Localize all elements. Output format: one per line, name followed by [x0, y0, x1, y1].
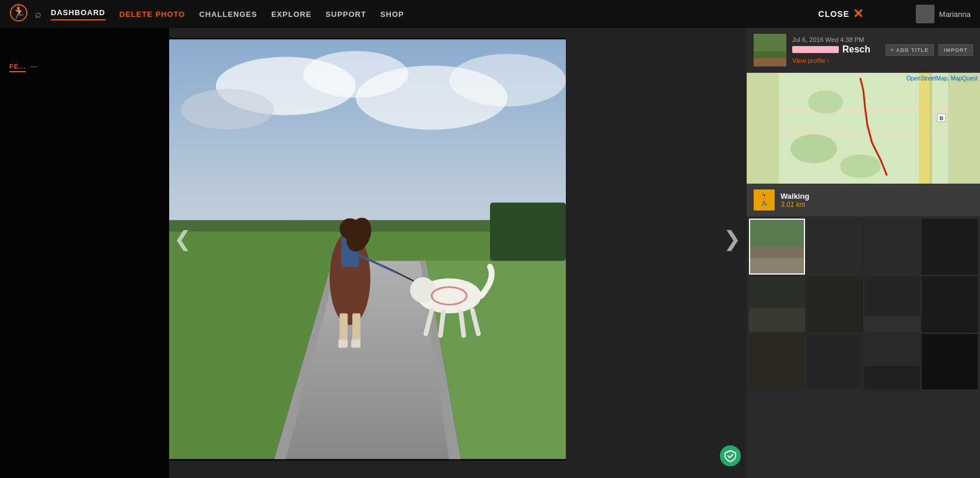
svg-rect-42 — [919, 73, 929, 184]
thumbnail-8[interactable] — [922, 276, 978, 332]
activity-info: Jul 6, 2016 Wed 4:38 PM Resch View profi… — [792, 36, 880, 64]
nav-item-delete[interactable]: DELETE PHOTO — [120, 10, 186, 19]
walking-icon: 🚶 — [758, 194, 771, 206]
svg-rect-56 — [864, 316, 921, 332]
svg-rect-57 — [922, 276, 978, 332]
svg-rect-59 — [807, 334, 863, 390]
svg-text:B: B — [940, 115, 944, 121]
svg-text:🏃: 🏃 — [12, 5, 26, 19]
thumbnails-grid — [749, 219, 978, 389]
right-panel: Jul 6, 2016 Wed 4:38 PM Resch View profi… — [747, 28, 980, 478]
walking-label: Walking — [780, 192, 809, 201]
svg-point-41 — [808, 90, 843, 114]
thumbnail-5[interactable] — [749, 276, 805, 332]
photo-viewer — [169, 38, 566, 461]
tab-other[interactable]: — — [30, 63, 37, 72]
close-button[interactable]: CLOSE ✕ — [818, 0, 863, 28]
activity-map[interactable]: OpenStreetMap, MapQuest B — [747, 73, 980, 184]
svg-rect-48 — [750, 258, 804, 273]
nav-item-challenges[interactable]: CHALLENGES — [199, 10, 257, 19]
nav-item-explore[interactable]: EXPLORE — [271, 10, 312, 19]
left-tabs: FE... — — [9, 63, 160, 72]
thumbnails-area — [747, 216, 980, 478]
svg-line-29 — [440, 312, 443, 336]
thumbnail-6[interactable] — [807, 276, 863, 332]
user-area: Marianna — [916, 0, 971, 28]
photo-image — [169, 38, 566, 461]
svg-rect-23 — [352, 314, 360, 343]
svg-point-7 — [449, 54, 566, 107]
activity-date: Jul 6, 2016 Wed 4:38 PM — [792, 36, 880, 43]
add-title-button[interactable]: + ADD TITLE — [886, 44, 934, 56]
activity-actions: + ADD TITLE IMPORT — [886, 44, 973, 56]
tab-feed[interactable]: FE... — [9, 63, 26, 72]
user-name-blurred — [792, 46, 839, 53]
svg-rect-51 — [922, 219, 978, 275]
thumbnail-4[interactable] — [922, 219, 978, 275]
thumbnail-9[interactable] — [749, 334, 805, 390]
svg-rect-25 — [351, 340, 360, 348]
view-profile-link[interactable]: View profile › — [792, 57, 880, 64]
thumbnail-3[interactable] — [864, 219, 921, 275]
svg-rect-35 — [754, 58, 786, 66]
logo: 🏃 — [9, 3, 28, 24]
svg-rect-50 — [864, 219, 921, 275]
activity-thumbnail — [754, 34, 786, 66]
nav-item-shop[interactable]: SHOP — [380, 10, 404, 19]
username: Marianna — [939, 10, 971, 19]
svg-point-40 — [840, 154, 881, 178]
map-attribution[interactable]: OpenStreetMap, MapQuest — [907, 75, 978, 82]
walking-distance: 3.01 km — [780, 201, 809, 209]
thumbnail-10[interactable] — [807, 334, 863, 390]
thumbnail-11[interactable] — [864, 334, 921, 390]
walking-details: Walking 3.01 km — [780, 192, 809, 209]
walking-icon-box: 🚶 — [754, 189, 775, 210]
svg-point-39 — [790, 134, 837, 163]
top-navigation: 🏃 ⌕ DASHBOARD DELETE PHOTO CHALLENGES EX… — [0, 0, 980, 28]
svg-rect-24 — [338, 340, 348, 348]
svg-line-30 — [461, 312, 464, 336]
thumbnail-12[interactable] — [922, 334, 978, 390]
photo-next-arrow[interactable]: ❯ — [723, 227, 741, 251]
svg-rect-53 — [749, 308, 805, 332]
svg-rect-15 — [490, 203, 566, 261]
thumbnail-7[interactable] — [864, 276, 921, 332]
overlay-left: FE... — — [0, 28, 169, 478]
activity-header: Jul 6, 2016 Wed 4:38 PM Resch View profi… — [747, 28, 980, 73]
svg-rect-62 — [922, 334, 978, 390]
activity-user-name: Resch — [842, 44, 870, 55]
import-button[interactable]: IMPORT — [939, 44, 973, 56]
svg-rect-49 — [807, 219, 863, 275]
svg-point-6 — [181, 89, 274, 130]
shield-badge[interactable] — [720, 445, 741, 466]
thumbnail-1[interactable] — [749, 219, 805, 275]
search-icon[interactable]: ⌕ — [35, 8, 41, 20]
svg-rect-54 — [807, 276, 863, 332]
svg-rect-43 — [929, 73, 932, 184]
nav-item-dashboard[interactable]: DASHBOARD — [51, 8, 106, 20]
svg-rect-61 — [864, 365, 921, 389]
walking-info-bar: 🚶 Walking 3.01 km — [747, 184, 980, 216]
svg-rect-22 — [340, 314, 348, 343]
thumbnail-2[interactable] — [807, 219, 863, 275]
svg-rect-58 — [749, 334, 805, 390]
photo-prev-arrow[interactable]: ❮ — [174, 227, 191, 251]
avatar — [916, 5, 935, 23]
nav-item-support[interactable]: SUPPORT — [326, 10, 366, 19]
